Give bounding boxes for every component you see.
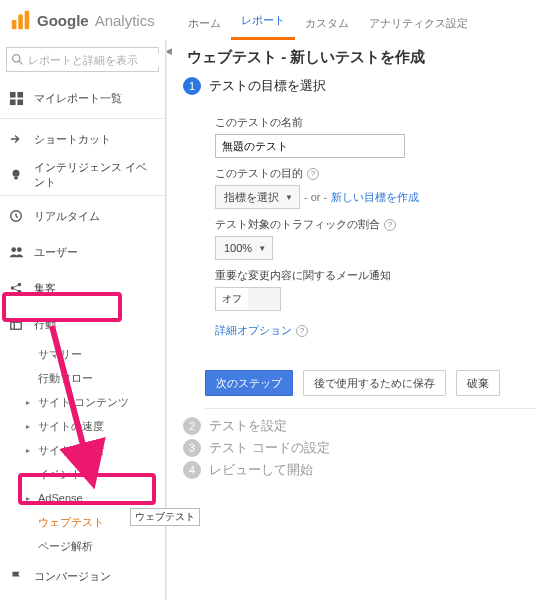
svg-rect-1 [18, 15, 23, 30]
step-4-label: レビューして開始 [209, 461, 313, 479]
step-num-3: 3 [183, 439, 201, 457]
nav-label: インテリジェンス イベント [34, 160, 157, 190]
step-num-1: 1 [183, 77, 201, 95]
nav-label: マイレポート一覧 [34, 91, 122, 106]
nav-label: コンバージョン [34, 569, 111, 584]
nav-user[interactable]: ユーザー [0, 234, 165, 270]
nav-label: ショートカット [34, 132, 111, 147]
caret-down-icon: ▼ [285, 193, 293, 202]
new-objective-link[interactable]: 新しい目標を作成 [331, 190, 419, 205]
nav-acquisition[interactable]: 集客 [0, 270, 165, 306]
sub-webtest[interactable]: ウェブテスト [24, 510, 165, 534]
tab-home[interactable]: ホーム [178, 6, 231, 40]
toggle-handle [248, 288, 280, 310]
step-1-header[interactable]: 1 テストの目標を選択 [183, 77, 535, 95]
or-text: - or - [304, 191, 327, 203]
svg-rect-5 [9, 91, 15, 97]
nav-behavior[interactable]: 行動 [0, 306, 165, 342]
caret-icon: ▸ [26, 398, 34, 407]
caret-icon: ▸ [26, 470, 34, 479]
logo-text-1: Google [37, 12, 89, 29]
sub-event[interactable]: ▸イベント [24, 462, 165, 486]
analytics-logo-icon [10, 9, 32, 31]
caret-icon: ▸ [26, 422, 34, 431]
next-button[interactable]: 次のステップ [205, 370, 293, 396]
tab-settings[interactable]: アナリティクス設定 [359, 6, 478, 40]
svg-point-14 [11, 286, 15, 290]
test-name-input[interactable] [215, 134, 405, 158]
notify-toggle[interactable]: オフ [215, 287, 281, 311]
sidebar-search-input[interactable] [28, 54, 166, 66]
behavior-submenu: サマリー 行動フロー ▸サイト コンテンツ ▸サイトの速度 ▸サイト内検索 ▸イ… [0, 342, 165, 558]
traffic-label: テスト対象のトラフィックの割合 ? [215, 217, 525, 232]
svg-point-9 [13, 170, 20, 177]
sub-page-analysis[interactable]: ページ解析 [24, 534, 165, 558]
nav-shortcut[interactable]: ショートカット [0, 121, 165, 157]
svg-point-3 [13, 54, 20, 61]
content-area: ◀ ウェブテスト - 新しいテストを作成 1 テストの目標を選択 このテストの名… [166, 40, 547, 600]
svg-point-13 [16, 247, 21, 252]
help-icon[interactable]: ? [384, 219, 396, 231]
app-header: GoogleAnalytics ホーム レポート カスタム アナリティクス設定 [0, 0, 547, 40]
sub-site-content[interactable]: ▸サイト コンテンツ [24, 390, 165, 414]
svg-rect-17 [11, 319, 22, 330]
objective-label: このテストの目的 ? [215, 166, 525, 181]
svg-point-16 [18, 290, 22, 294]
svg-point-15 [18, 283, 22, 287]
svg-point-12 [11, 247, 16, 252]
svg-rect-6 [17, 91, 23, 97]
nav-label: リアルタイム [34, 209, 100, 224]
help-icon[interactable]: ? [296, 325, 308, 337]
step-2-header[interactable]: 2 テストを設定 [183, 417, 535, 435]
nav-label: 集客 [34, 281, 56, 296]
discard-button[interactable]: 破棄 [456, 370, 500, 396]
collapse-handle-icon[interactable]: ◀ [166, 46, 172, 56]
save-later-button[interactable]: 後で使用するために保存 [303, 370, 446, 396]
step-3-label: テスト コードの設定 [209, 439, 330, 457]
svg-rect-0 [12, 20, 17, 29]
sidebar: マイレポート一覧 ショートカット インテリジェンス イベント リアルタイム ユー… [0, 40, 166, 600]
bulb-icon [8, 167, 24, 183]
svg-rect-10 [14, 177, 18, 180]
logo: GoogleAnalytics [10, 9, 155, 31]
caret-icon: ▸ [26, 446, 34, 455]
sidebar-search[interactable] [6, 47, 159, 72]
sub-adsense[interactable]: ▸AdSense [24, 486, 165, 510]
step-1-label: テストの目標を選択 [209, 77, 326, 95]
svg-rect-7 [9, 99, 15, 105]
people-icon [8, 244, 24, 260]
step-4-header[interactable]: 4 レビューして開始 [183, 461, 535, 479]
name-label: このテストの名前 [215, 115, 525, 130]
behavior-icon [8, 316, 24, 332]
step-1-body: このテストの名前 このテストの目的 ? 指標を選択 ▼ - or - 新しい目標… [205, 99, 535, 358]
nav-myreport[interactable]: マイレポート一覧 [0, 80, 165, 116]
nav-conversion[interactable]: コンバージョン [0, 558, 165, 594]
page-title: ウェブテスト - 新しいテストを作成 [187, 48, 535, 67]
flag-icon [8, 568, 24, 584]
objective-select[interactable]: 指標を選択 ▼ [215, 185, 300, 209]
sub-flow[interactable]: 行動フロー [24, 366, 165, 390]
dashboard-icon [8, 90, 24, 106]
caret-down-icon: ▼ [258, 244, 266, 253]
details-options-link[interactable]: 詳細オプション [215, 323, 292, 338]
nav-label: 行動 [34, 317, 56, 332]
nav-realtime[interactable]: リアルタイム [0, 198, 165, 234]
traffic-select[interactable]: 100% ▼ [215, 236, 273, 260]
arrow-icon [8, 131, 24, 147]
tab-report[interactable]: レポート [231, 3, 295, 40]
help-icon[interactable]: ? [307, 168, 319, 180]
tab-custom[interactable]: カスタム [295, 6, 359, 40]
logo-text-2: Analytics [95, 12, 155, 29]
header-tabs: ホーム レポート カスタム アナリティクス設定 [178, 0, 478, 40]
sub-site-search[interactable]: ▸サイト内検索 [24, 438, 165, 462]
nav-label: ユーザー [34, 245, 78, 260]
clock-icon [8, 208, 24, 224]
sub-site-speed[interactable]: ▸サイトの速度 [24, 414, 165, 438]
nav-intelligence[interactable]: インテリジェンス イベント [0, 157, 165, 193]
button-row: 次のステップ 後で使用するために保存 破棄 [205, 370, 535, 396]
svg-rect-8 [17, 99, 23, 105]
search-icon [11, 53, 24, 67]
step-num-4: 4 [183, 461, 201, 479]
step-3-header[interactable]: 3 テスト コードの設定 [183, 439, 535, 457]
sub-summary[interactable]: サマリー [24, 342, 165, 366]
